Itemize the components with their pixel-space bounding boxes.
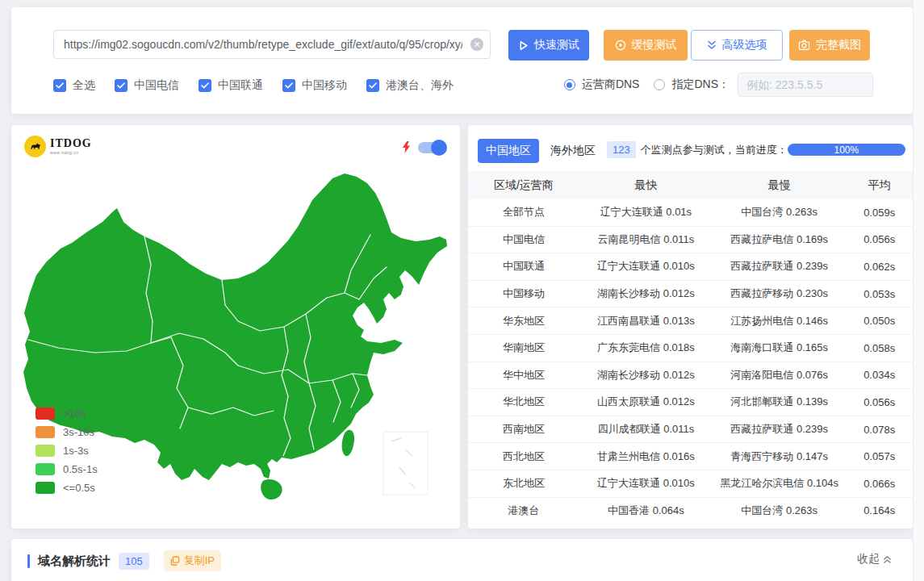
toolbar-card: ✕ 快速测试 缓慢测试 高级选项 完整截图 全选 — [11, 7, 913, 114]
legend-swatch-red — [36, 408, 55, 420]
screenshot-label: 完整截图 — [816, 38, 861, 52]
cell-fastest: 辽宁大连联通 0.01s — [579, 205, 713, 219]
collapse-button[interactable]: 收起 — [857, 552, 892, 566]
cell-region: 全部节点 — [468, 205, 579, 219]
realtime-toggle[interactable] — [418, 142, 445, 153]
table-header: 区域/运营商 最快 最慢 平均 — [468, 171, 913, 199]
cell-average: 0.164s — [846, 504, 913, 516]
checkbox-checked-icon — [115, 79, 128, 92]
south-china-sea-inset — [383, 432, 428, 495]
section-accent-bar — [27, 554, 30, 568]
dns-option-row: 运营商DNS 指定DNS： — [564, 72, 873, 98]
cell-fastest: 湖南长沙移动 0.012s — [579, 368, 713, 382]
copy-ip-button[interactable]: 复制IP — [164, 550, 221, 571]
tab-china-region[interactable]: 中国地区 — [478, 139, 539, 163]
slow-test-label: 缓慢测试 — [632, 38, 677, 52]
checkbox-hk-mo-tw-overseas[interactable]: 港澳台、海外 — [366, 78, 454, 93]
cell-average: 0.058s — [846, 342, 913, 354]
table-row: 港澳台 中国香港 0.064s 中国台湾 0.263s 0.164s — [468, 498, 913, 525]
cell-slowest: 黑龙江哈尔滨电信 0.104s — [713, 476, 846, 491]
cell-region: 西南地区 — [468, 422, 579, 437]
itdog-logo: ITDOG www.itdog.cn — [24, 136, 92, 157]
cell-fastest: 辽宁大连联通 0.010s — [579, 259, 713, 274]
cell-region: 中国联通 — [468, 259, 579, 274]
legend-label: 0.5s-1s — [63, 463, 98, 475]
cell-average: 0.056s — [846, 233, 913, 245]
table-row: 华东地区 江西南昌联通 0.013s 江苏扬州电信 0.146s 0.050s — [468, 307, 913, 335]
cell-average: 0.053s — [846, 288, 913, 300]
progress-value: 100% — [834, 144, 859, 156]
logo-subtitle: www.itdog.cn — [50, 151, 92, 155]
cell-slowest: 江苏扬州电信 0.146s — [713, 314, 846, 328]
slow-play-icon — [615, 40, 626, 51]
table-row: 中国移动 湖南长沙移动 0.012s 西藏拉萨移动 0.230s 0.053s — [468, 281, 913, 308]
checkbox-checked-icon — [53, 79, 66, 92]
advanced-options-button[interactable]: 高级选项 — [691, 30, 783, 61]
legend-swatch-darkgreen — [36, 482, 55, 494]
cell-region: 东北地区 — [468, 476, 579, 491]
checkbox-china-telecom[interactable]: 中国电信 — [115, 78, 179, 93]
table-row: 西北地区 甘肃兰州电信 0.016s 青海西宁移动 0.147s 0.057s — [468, 443, 913, 470]
cell-slowest: 西藏拉萨联通 0.239s — [713, 422, 846, 437]
cell-average: 0.034s — [846, 369, 913, 381]
cell-average: 0.066s — [846, 478, 913, 490]
custom-dns-radio[interactable] — [654, 79, 665, 90]
copy-icon — [170, 556, 180, 566]
url-input[interactable] — [53, 30, 491, 59]
legend-swatch-green — [36, 463, 55, 475]
monitor-count-badge: 123 — [607, 141, 636, 158]
table-row: 西南地区 四川成都联通 0.011s 西藏拉萨联通 0.239s 0.078s — [468, 416, 913, 444]
checkbox-checked-icon — [282, 79, 295, 92]
taiwan-island-shape — [342, 430, 354, 456]
copy-ip-label: 复制IP — [184, 554, 215, 568]
url-input-wrap: ✕ — [53, 30, 491, 59]
carrier-dns-label: 运营商DNS — [582, 77, 640, 92]
custom-dns-input[interactable] — [738, 73, 873, 97]
double-chevron-up-icon — [883, 555, 892, 564]
cell-region: 西北地区 — [468, 449, 579, 464]
table-row: 中国联通 辽宁大连联通 0.010s 西藏拉萨联通 0.239s 0.062s — [468, 253, 913, 281]
results-table: 区域/运营商 最快 最慢 平均 全部节点 辽宁大连联通 0.01s 中国台湾 0… — [468, 171, 913, 524]
tab-overseas-region[interactable]: 海外地区 — [542, 139, 604, 163]
cell-fastest: 四川成都联通 0.011s — [579, 422, 713, 437]
checkbox-checked-icon — [366, 79, 379, 92]
table-row: 中国电信 云南昆明电信 0.011s 西藏拉萨电信 0.169s 0.056s — [468, 227, 913, 254]
cell-slowest: 青海西宁移动 0.147s — [713, 449, 846, 464]
clear-icon[interactable]: ✕ — [470, 38, 483, 51]
checkbox-label: 全选 — [73, 78, 95, 93]
cell-fastest: 辽宁大连联通 0.010s — [579, 476, 713, 491]
legend-item: >10s — [36, 408, 98, 420]
cell-fastest: 湖南长沙移动 0.012s — [579, 286, 713, 301]
dns-count-badge: 105 — [119, 553, 149, 570]
checkbox-china-unicom[interactable]: 中国联通 — [199, 78, 263, 93]
cell-fastest: 甘肃兰州电信 0.016s — [579, 449, 713, 464]
carrier-dns-radio[interactable] — [564, 79, 575, 90]
fast-test-button[interactable]: 快速测试 — [508, 30, 589, 61]
header-region: 区域/运营商 — [468, 178, 579, 193]
progress-row: 123 个监测点参与测试，当前进度： 100% — [607, 141, 905, 158]
table-row: 东北地区 辽宁大连联通 0.010s 黑龙江哈尔滨电信 0.104s 0.066… — [468, 470, 913, 498]
screenshot-button[interactable]: 完整截图 — [789, 30, 870, 61]
camera-icon — [798, 40, 810, 51]
cell-slowest: 河南洛阳电信 0.076s — [713, 368, 846, 382]
checkbox-select-all[interactable]: 全选 — [53, 78, 95, 93]
table-row: 全部节点 辽宁大连联通 0.01s 中国台湾 0.263s 0.059s — [468, 199, 913, 227]
legend-swatch-orange — [36, 426, 55, 438]
checkbox-china-mobile[interactable]: 中国移动 — [282, 78, 347, 93]
progress-bar: 100% — [788, 144, 905, 156]
logo-title: ITDOG — [50, 138, 92, 149]
checkbox-label: 中国电信 — [134, 78, 179, 93]
cell-fastest: 中国香港 0.064s — [579, 504, 713, 518]
cell-region: 华东地区 — [468, 314, 579, 328]
cell-average: 0.050s — [846, 315, 913, 327]
page-scrollbar[interactable] — [913, 0, 924, 581]
table-row: 华南地区 广东东莞电信 0.018s 海南海口联通 0.165s 0.058s — [468, 335, 913, 362]
slow-test-button[interactable]: 缓慢测试 — [604, 30, 688, 61]
map-legend: >10s 3s-10s 1s-3s 0.5s-1s <=0.5s — [36, 408, 98, 494]
legend-label: >10s — [63, 408, 86, 420]
cell-fastest: 山西太原联通 0.012s — [579, 395, 713, 409]
carrier-checkbox-row: 全选 中国电信 中国联通 中国移动 港澳台、海外 — [53, 78, 454, 93]
cell-slowest: 河北邯郸联通 0.139s — [713, 395, 846, 409]
toggle-knob — [431, 140, 447, 156]
cell-average: 0.059s — [846, 207, 913, 219]
